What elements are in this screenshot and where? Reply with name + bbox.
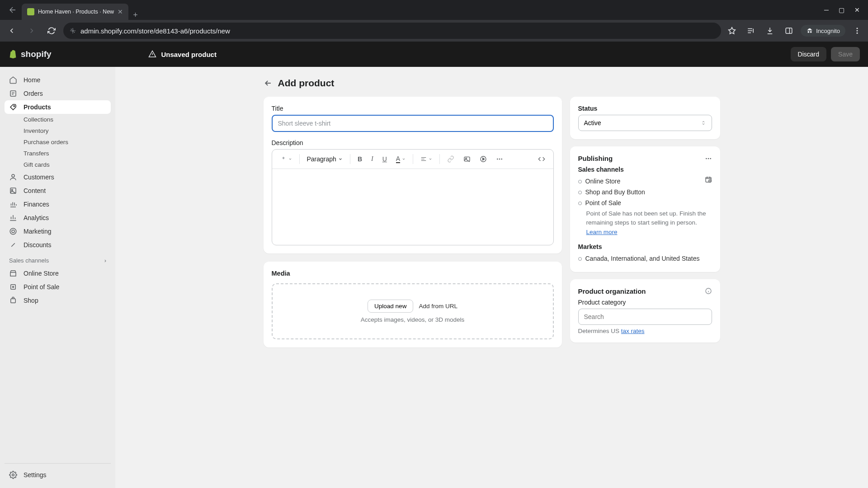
media-dropzone[interactable]: Upload new Add from URL Accepts images, … [272, 283, 554, 339]
sidebar-item-pos[interactable]: Point of Sale [5, 280, 111, 294]
category-label: Product category [578, 299, 712, 306]
download-icon[interactable] [763, 23, 777, 38]
link-icon[interactable] [443, 153, 458, 165]
bold-button[interactable]: B [354, 153, 366, 165]
chevron-right-icon[interactable]: › [104, 257, 106, 264]
sidebar-item-collections[interactable]: Collections [5, 114, 111, 125]
shopify-logo[interactable]: shopify [8, 49, 52, 59]
marketing-icon [9, 227, 17, 235]
svg-point-2 [857, 28, 858, 29]
new-tab-button[interactable]: + [128, 10, 142, 20]
ai-sparkle-icon[interactable] [277, 153, 296, 165]
category-search-input[interactable] [578, 309, 712, 325]
schedule-icon[interactable] [705, 176, 712, 183]
image-icon[interactable] [460, 153, 474, 165]
description-textarea[interactable] [272, 169, 553, 245]
bookmark-icon[interactable] [725, 23, 739, 38]
paragraph-select[interactable]: Paragraph [303, 153, 346, 165]
video-icon[interactable] [476, 153, 491, 165]
status-dot-icon [578, 202, 582, 205]
sidebar-item-online-store[interactable]: Online Store [5, 267, 111, 280]
finances-icon [9, 200, 17, 208]
tax-rates-link[interactable]: tax rates [621, 328, 645, 334]
sales-channels-label: Sales channels › [5, 252, 111, 267]
playlist-icon[interactable] [744, 23, 758, 38]
close-window-icon[interactable]: ✕ [854, 6, 860, 14]
channel-pos: Point of Sale [578, 197, 712, 208]
svg-point-10 [10, 228, 16, 235]
sales-channels-heading: Sales channels [578, 166, 712, 173]
incognito-badge[interactable]: Incognito [801, 25, 845, 37]
italic-button[interactable]: I [368, 153, 377, 165]
close-tab-icon[interactable]: ✕ [118, 8, 123, 15]
markets-value: Canada, International, and United States [578, 253, 712, 264]
sidebar-item-settings[interactable]: Settings [5, 468, 111, 482]
warning-icon [148, 50, 156, 58]
status-dot-icon [578, 191, 582, 194]
sidebar-item-marketing[interactable]: Marketing [5, 225, 111, 238]
browser-chrome: Home Haven · Products · New ✕ + ─ ▢ ✕ ad… [0, 0, 868, 42]
category-helper: Determines US tax rates [578, 328, 712, 334]
sidebar-item-products[interactable]: Products [5, 100, 111, 114]
publishing-heading: Publishing [578, 155, 613, 162]
sidepanel-icon[interactable] [782, 23, 796, 38]
text-color-button[interactable]: A [392, 152, 409, 166]
forward-button[interactable] [24, 23, 40, 39]
tab-title: Home Haven · Products · New [38, 9, 114, 15]
organization-card: Product organization Product category De… [570, 279, 720, 343]
dropzone-hint: Accepts images, videos, or 3D models [277, 316, 548, 323]
reload-button[interactable] [43, 23, 60, 39]
sidebar-item-customers[interactable]: Customers [5, 170, 111, 184]
markets-heading: Markets [578, 243, 712, 250]
org-heading: Product organization [578, 287, 646, 295]
sidebar-item-content[interactable]: Content [5, 184, 111, 197]
svg-point-3 [857, 30, 858, 32]
sidebar: Home Orders Products Collections Invento… [0, 67, 115, 488]
sidebar-item-transfers[interactable]: Transfers [5, 148, 111, 159]
favicon-icon [27, 8, 34, 15]
svg-rect-5 [10, 91, 16, 96]
discard-button[interactable]: Discard [791, 47, 826, 61]
info-icon[interactable] [705, 287, 712, 295]
kebab-icon[interactable] [850, 23, 864, 38]
code-view-icon[interactable] [534, 153, 549, 165]
tab-search-icon[interactable] [4, 0, 22, 20]
more-icon[interactable] [705, 155, 712, 162]
sidebar-item-inventory[interactable]: Inventory [5, 125, 111, 136]
content-icon [9, 187, 17, 195]
maximize-icon[interactable]: ▢ [839, 6, 844, 14]
sidebar-item-purchase-orders[interactable]: Purchase orders [5, 136, 111, 148]
align-button[interactable] [417, 153, 436, 165]
svg-point-15 [12, 474, 14, 476]
learn-more-link[interactable]: Learn more [586, 229, 618, 235]
analytics-icon [9, 214, 17, 222]
svg-point-7 [12, 174, 14, 177]
sidebar-item-shop[interactable]: Shop [5, 294, 111, 307]
browser-tab[interactable]: Home Haven · Products · New ✕ [22, 4, 128, 20]
url-field[interactable]: admin.shopify.com/store/de8143-a6/produc… [63, 23, 721, 39]
status-select[interactable]: Active [578, 115, 712, 131]
upload-new-button[interactable]: Upload new [368, 300, 413, 313]
sidebar-item-gift-cards[interactable]: Gift cards [5, 159, 111, 170]
publishing-card: Publishing Sales channels Online Store [570, 146, 720, 272]
sidebar-item-home[interactable]: Home [5, 73, 111, 87]
sidebar-item-analytics[interactable]: Analytics [5, 211, 111, 225]
sidebar-item-orders[interactable]: Orders [5, 87, 111, 100]
add-from-url-button[interactable]: Add from URL [419, 300, 458, 313]
svg-rect-14 [11, 299, 16, 303]
svg-point-4 [857, 33, 858, 34]
sidebar-item-discounts[interactable]: Discounts [5, 238, 111, 252]
shop-icon [9, 296, 17, 305]
site-info-icon[interactable] [70, 28, 76, 34]
svg-point-0 [72, 30, 74, 32]
sidebar-item-finances[interactable]: Finances [5, 197, 111, 211]
back-arrow-icon[interactable] [264, 79, 273, 88]
title-input[interactable] [272, 115, 554, 132]
minimize-icon[interactable]: ─ [824, 6, 829, 14]
status-dot-icon [578, 180, 582, 183]
underline-button[interactable]: U [379, 153, 391, 165]
more-icon[interactable] [492, 153, 507, 165]
back-button[interactable] [4, 23, 20, 39]
address-bar: admin.shopify.com/store/de8143-a6/produc… [0, 20, 868, 42]
page-title: Add product [278, 78, 335, 89]
